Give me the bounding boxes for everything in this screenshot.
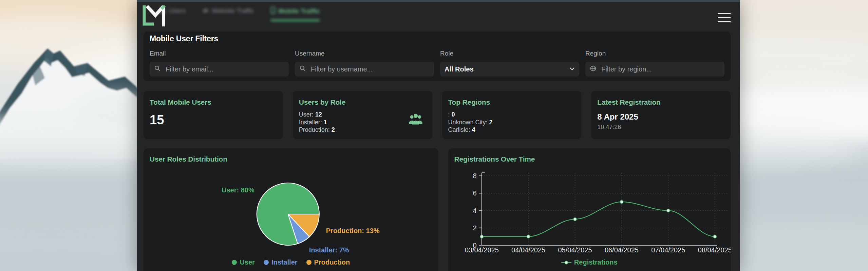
stat-title: Total Mobile Users [150,98,277,106]
y-tick-label: 4 [473,207,476,214]
role-label: Role [440,50,579,57]
x-tick-label: 04/04/2025 [511,246,545,254]
legend-dot [306,260,312,265]
pie-chart-card: User Roles Distribution Production: 13%I… [144,148,438,271]
filter-role: Role All Roles [440,50,579,77]
tab-mobile-traffic[interactable]: Mobile Traffic [268,7,322,21]
line-chart-card: Registrations Over Time 0246803/04/20250… [448,148,731,271]
x-tick-label: 06/04/2025 [604,246,638,254]
menu-icon[interactable] [718,13,731,22]
stat-card-total-mobile-users: Total Mobile Users 15 [144,91,283,139]
search-icon [154,65,161,73]
role-select-value: All Roles [445,65,565,73]
pie-label-production: Production: 13% [326,227,380,234]
role-row-user: User: 12 [299,111,426,119]
users-group-icon [408,113,423,126]
stat-title: Latest Registration [597,98,724,106]
registrations-line [482,202,715,237]
role-select[interactable]: All Roles [440,62,579,77]
legend-label: Installer [271,258,298,266]
legend-item-user[interactable]: User [232,258,254,266]
y-tick-label: 6 [473,189,476,197]
dashboard-panel: Users Website Traffic Mobile Traffic [137,0,740,271]
role-row-production: Production: 2 [299,126,426,134]
data-point[interactable] [573,218,577,221]
email-label: Email [150,50,289,57]
legend-item-installer[interactable]: Installer [264,258,298,266]
charts-row: User Roles Distribution Production: 13%I… [144,148,731,271]
brand-logo[interactable] [142,5,170,26]
email-field[interactable] [165,65,284,74]
nav-tabs: Users Website Traffic Mobile Traffic [157,7,322,21]
stat-card-latest-registration: Latest Registration 8 Apr 2025 10:47:26 [591,91,731,139]
chevron-down-icon [569,66,575,72]
stat-title: Top Regions [448,98,575,106]
pie-legend: UserInstallerProduction [144,258,438,266]
stat-card-top-regions: Top Regions : 0 Unknown City: 2 Carlisle… [442,91,582,139]
latest-registration-time: 10:47:26 [597,124,724,131]
data-point[interactable] [480,235,483,238]
username-field[interactable] [310,65,430,74]
y-tick-label: 8 [473,172,476,180]
tab-website-traffic-label: Website Traffic [212,7,254,15]
x-tick-label: 07/04/2025 [651,246,685,254]
search-icon [299,65,306,73]
filters-panel: Mobile User Filters Email Username Role [144,32,731,81]
user-roles-pie-chart: Production: 13%Installer: 7%User: 80% [144,148,438,271]
filter-region: Region [585,50,724,77]
stat-title: Users by Role [299,98,426,106]
legend-label: Registrations [574,258,618,266]
line-chart-legend: Registrations [448,258,731,266]
x-tick-label: 08/04/2025 [698,246,731,254]
legend-dot [232,260,237,265]
legend-item-registrations[interactable]: Registrations [561,258,618,266]
tab-mobile-traffic-label: Mobile Traffic [279,7,320,15]
filter-email: Email [150,50,289,77]
stats-row: Total Mobile Users 15 Users by Role User… [144,91,731,139]
tab-website-traffic[interactable]: Website Traffic [200,7,256,15]
legend-label: User [240,258,254,266]
data-point[interactable] [666,209,669,212]
data-point[interactable] [713,235,716,238]
tab-users-label: Users [169,7,186,15]
legend-dot [264,260,269,265]
legend-label: Production [314,258,350,266]
y-tick-label: 2 [473,224,476,232]
x-tick-label: 03/04/2025 [465,246,498,254]
bar-chart-icon [202,7,209,15]
data-point[interactable] [620,200,623,203]
region-field[interactable] [601,65,720,74]
region-row: : 0 [448,111,575,119]
data-point[interactable] [527,235,530,238]
x-tick-label: 05/04/2025 [558,246,592,254]
stat-card-users-by-role: Users by Role User: 12 Installer: 1 Prod… [293,91,432,139]
active-tab-underline [270,19,320,21]
filter-username: Username [295,50,434,77]
globe-icon [590,65,597,73]
region-label: Region [585,50,724,57]
filters-title: Mobile User Filters [150,34,724,43]
mobile-icon [270,7,276,16]
role-row-installer: Installer: 1 [299,119,426,126]
total-users-value: 15 [150,113,277,127]
legend-item-production[interactable]: Production [306,258,350,266]
pie-label-user: User: 80% [222,186,254,194]
registrations-line-chart: 0246803/04/202504/04/202505/04/202506/04… [448,148,731,271]
legend-marker [561,260,571,265]
region-row: Unknown City: 2 [448,119,575,126]
latest-registration-date: 8 Apr 2025 [597,112,724,122]
header-bar: Users Website Traffic Mobile Traffic [137,2,740,30]
pie-label-installer: Installer: 7% [309,246,349,254]
username-label: Username [295,50,434,57]
region-row: Carlisle: 4 [448,126,575,134]
